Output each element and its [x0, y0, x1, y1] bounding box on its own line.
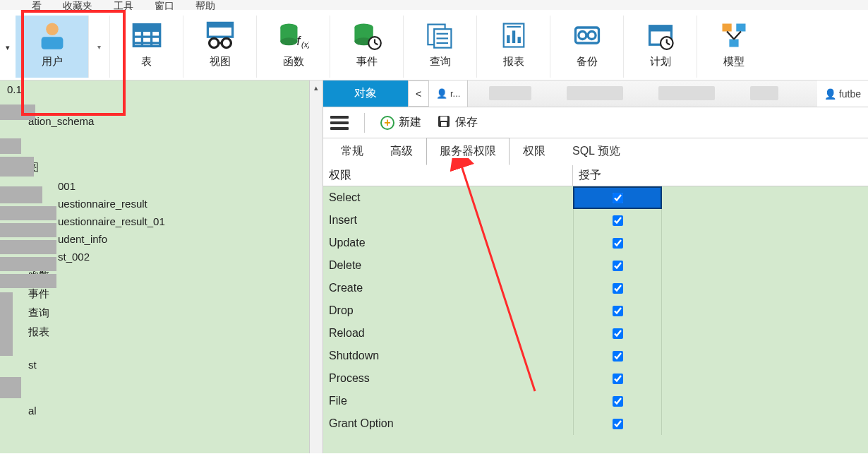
svg-rect-43: [723, 24, 732, 32]
privilege-checkbox[interactable]: [613, 193, 623, 203]
privilege-grant-cell[interactable]: [573, 277, 662, 299]
report-icon: [498, 20, 529, 51]
user-icon: 👤: [436, 88, 447, 99]
menu-item[interactable]: 窗口: [155, 0, 174, 10]
privilege-row[interactable]: Delete: [323, 254, 868, 277]
redacted-block: [0, 292, 13, 356]
ribbon-label: 函数: [283, 55, 304, 68]
tree-item[interactable]: 001: [0, 177, 309, 195]
tab-privileges[interactable]: 权限: [510, 138, 559, 165]
privilege-checkbox[interactable]: [613, 328, 623, 339]
svg-point-11: [209, 38, 218, 47]
save-icon: [437, 114, 451, 131]
column-grant[interactable]: 授予: [573, 165, 662, 186]
tab-untitled[interactable]: 👤 r...: [429, 80, 468, 107]
privilege-grant-cell[interactable]: [573, 186, 662, 209]
tree-item[interactable]: ation_schema: [0, 112, 309, 130]
user-icon: 👤: [824, 88, 836, 100]
tree-item[interactable]: 图: [0, 158, 309, 177]
new-button[interactable]: + 新建: [380, 115, 421, 130]
privilege-checkbox[interactable]: [613, 351, 623, 362]
privilege-grant-cell[interactable]: [573, 322, 662, 345]
privilege-row[interactable]: Shutdown: [323, 345, 868, 367]
privilege-row[interactable]: Create: [323, 277, 868, 299]
ribbon-label: 报表: [503, 55, 524, 68]
ribbon-plan-button[interactable]: 计划: [624, 16, 697, 78]
save-button[interactable]: 保存: [437, 114, 478, 131]
privilege-checkbox[interactable]: [613, 261, 623, 271]
privilege-row[interactable]: Insert: [323, 209, 868, 232]
tab-objects[interactable]: 对象: [323, 80, 408, 107]
ribbon-model-button[interactable]: 模型: [697, 16, 771, 78]
ribbon-label: 模型: [723, 55, 745, 68]
privilege-checkbox[interactable]: [613, 306, 623, 316]
column-privilege[interactable]: 权限: [323, 165, 573, 186]
privilege-grant-cell[interactable]: [573, 232, 662, 254]
privilege-row[interactable]: File: [323, 390, 868, 412]
redacted-block: [0, 138, 21, 154]
privilege-grant-cell[interactable]: [573, 345, 662, 367]
privilege-checkbox[interactable]: [613, 283, 623, 294]
privilege-row[interactable]: Reload: [323, 322, 868, 345]
event-icon: [351, 20, 382, 51]
tab-advanced[interactable]: 高级: [377, 138, 426, 165]
privilege-row[interactable]: Process: [323, 367, 868, 390]
ribbon-event-button[interactable]: 事件: [330, 16, 404, 78]
redacted-tabs-area: [468, 80, 816, 107]
ribbon-backup-button[interactable]: 备份: [550, 16, 624, 78]
menu-item[interactable]: 帮助: [195, 0, 215, 10]
svg-rect-39: [649, 26, 671, 32]
tab-general[interactable]: 常规: [327, 138, 377, 165]
query-icon: [425, 20, 456, 51]
ribbon-user-button[interactable]: 用户: [16, 16, 89, 78]
redacted-block: [0, 377, 21, 398]
privilege-checkbox[interactable]: [613, 215, 623, 226]
privilege-grant-cell[interactable]: [573, 299, 662, 322]
tab-sql-preview[interactable]: SQL 预览: [559, 138, 634, 165]
privilege-row[interactable]: Select: [323, 186, 868, 209]
ribbon-report-button[interactable]: 报表: [477, 16, 550, 78]
privilege-row[interactable]: Update: [323, 232, 868, 254]
privilege-checkbox[interactable]: [613, 419, 623, 429]
privilege-checkbox[interactable]: [613, 374, 623, 384]
connections-tree[interactable]: 0.1 ation_schema 图 001 uestionnaire_resu…: [0, 80, 309, 453]
privilege-checkbox[interactable]: [613, 238, 623, 249]
ribbon-label: 查询: [430, 55, 451, 68]
tree-item[interactable]: al: [0, 402, 309, 419]
redacted-block: [0, 186, 42, 203]
tab-nav-back[interactable]: <: [408, 80, 429, 107]
privilege-name: Shutdown: [323, 350, 573, 362]
privilege-grant-cell[interactable]: [573, 412, 662, 435]
ribbon-label: 表: [141, 55, 152, 68]
menu-item[interactable]: 工具: [114, 0, 133, 10]
privilege-grant-cell[interactable]: [573, 209, 662, 232]
ribbon-table-button[interactable]: 表: [110, 16, 183, 78]
ribbon-function-button[interactable]: f(x) 函数: [257, 16, 330, 78]
ribbon-label: 用户: [42, 55, 63, 68]
ribbon-dropdown-arrow[interactable]: ▾: [0, 16, 16, 79]
menu-item[interactable]: 看: [32, 0, 42, 10]
redacted-block: [0, 157, 34, 177]
privilege-grant-cell[interactable]: [573, 367, 662, 390]
tab-label: r...: [450, 88, 460, 99]
privilege-row[interactable]: Grant Option: [323, 412, 868, 435]
ribbon-separator-dropdown[interactable]: ▾: [89, 16, 110, 78]
user-chip[interactable]: 👤 futbe: [817, 80, 868, 107]
pane-splitter[interactable]: ▴: [309, 80, 323, 453]
ribbon-query-button[interactable]: 查询: [404, 16, 477, 78]
menu-item[interactable]: 收藏夹: [63, 0, 92, 10]
privilege-grant-cell[interactable]: [573, 390, 662, 412]
tree-item[interactable]: 查询: [0, 304, 309, 323]
tree-item[interactable]: 0.1: [0, 80, 309, 98]
tree-item[interactable]: 报表: [0, 323, 309, 342]
tab-server-privileges[interactable]: 服务器权限: [426, 138, 510, 165]
privilege-row[interactable]: Drop: [323, 299, 868, 322]
top-menu: 看 收藏夹 工具 窗口 帮助: [0, 0, 868, 10]
privilege-grant-cell[interactable]: [573, 254, 662, 277]
tree-item[interactable]: st: [0, 356, 309, 374]
ribbon-view-button[interactable]: 视图: [183, 16, 257, 78]
hamburger-icon[interactable]: [330, 116, 349, 130]
svg-rect-50: [441, 122, 447, 126]
privilege-checkbox[interactable]: [613, 396, 623, 407]
redacted-block: [0, 223, 56, 237]
